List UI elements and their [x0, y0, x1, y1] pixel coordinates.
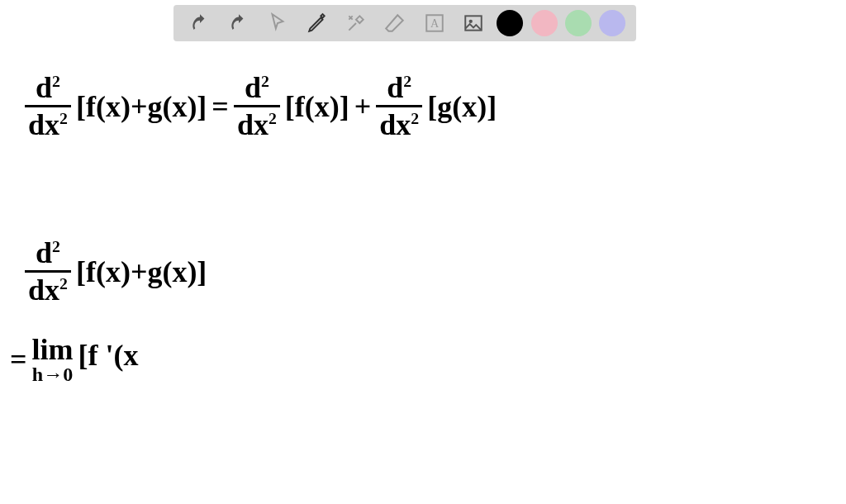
frac-num: d: [387, 71, 403, 104]
frac-den-sup: 2: [411, 109, 419, 127]
bracket-fx: [f(x)]: [285, 89, 349, 124]
limit-expression: [f '(x: [78, 338, 139, 373]
pen-icon: [307, 12, 328, 34]
frac-num-sup: 2: [261, 72, 269, 90]
whiteboard-canvas[interactable]: d2 dx2 [f(x)+g(x)] = d2 dx2 [f(x)] + d2 …: [0, 45, 846, 504]
frac-num: d: [36, 236, 52, 269]
undo-button[interactable]: [184, 7, 216, 39]
frac-num-sup: 2: [52, 72, 60, 90]
pointer-icon: [267, 12, 288, 34]
text-button[interactable]: A: [419, 7, 450, 39]
pointer-button[interactable]: [262, 7, 293, 39]
frac-num: d: [245, 71, 261, 104]
redo-button[interactable]: [223, 7, 254, 39]
frac-den: dx: [28, 108, 59, 141]
limit-sub: h→0: [32, 364, 73, 384]
fraction-d2dx2-1: d2 dx2: [25, 70, 71, 142]
plus-sign: +: [354, 89, 372, 124]
frac-den: dx: [379, 108, 411, 141]
color-pink[interactable]: [531, 10, 558, 36]
equation-line-3: = lim h→0 [f '(x: [10, 335, 138, 384]
eraser-icon: [384, 12, 406, 34]
undo-icon: [189, 12, 211, 34]
fraction-d2dx2-2: d2 dx2: [234, 70, 280, 142]
redo-icon: [228, 12, 250, 34]
color-green[interactable]: [565, 10, 592, 36]
frac-den: dx: [28, 273, 59, 307]
fraction-d2dx2-4: d2 dx2: [25, 235, 71, 307]
drawing-toolbar: A: [173, 5, 636, 41]
image-button[interactable]: [458, 7, 489, 39]
eraser-button[interactable]: [379, 7, 411, 39]
equation-line-2: d2 dx2 [f(x)+g(x)]: [25, 235, 207, 307]
frac-num-sup: 2: [52, 237, 60, 255]
tools-button[interactable]: [340, 7, 372, 39]
pen-button[interactable]: [302, 7, 333, 39]
svg-text:A: A: [430, 17, 440, 30]
color-purple[interactable]: [599, 10, 625, 36]
equals-sign: =: [212, 89, 229, 124]
bracket-fx-gx-2: [f(x)+g(x)]: [76, 254, 207, 289]
svg-point-3: [469, 20, 473, 23]
bracket-gx: [g(x)]: [427, 89, 497, 124]
frac-den-sup: 2: [59, 274, 68, 292]
equals-sign-2: =: [10, 342, 27, 377]
tools-icon: [345, 12, 367, 34]
fraction-d2dx2-3: d2 dx2: [376, 70, 422, 142]
equation-line-1: d2 dx2 [f(x)+g(x)] = d2 dx2 [f(x)] + d2 …: [25, 70, 497, 142]
frac-den-sup: 2: [269, 109, 277, 127]
frac-num: d: [36, 71, 52, 104]
text-icon: A: [424, 12, 445, 34]
color-black[interactable]: [497, 10, 523, 36]
bracket-fx-gx: [f(x)+g(x)]: [76, 89, 207, 124]
frac-den-sup: 2: [59, 109, 68, 127]
frac-den: dx: [237, 108, 269, 141]
image-icon: [463, 12, 484, 34]
limit-label: lim: [32, 335, 74, 364]
frac-num-sup: 2: [403, 72, 411, 90]
